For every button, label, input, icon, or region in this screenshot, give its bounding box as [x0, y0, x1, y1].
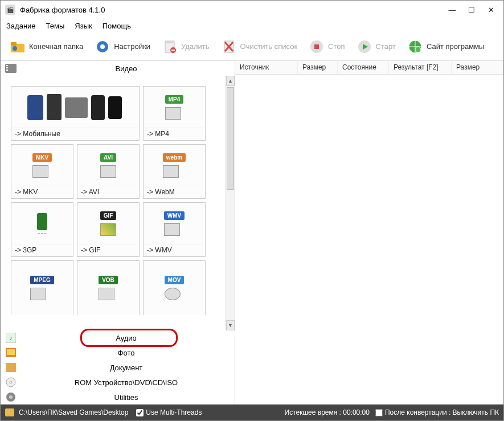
scrollbar[interactable]: ▲ ▼ — [226, 76, 235, 330]
document-label: Документ — [22, 363, 230, 372]
close-button[interactable]: ✕ — [486, 5, 495, 14]
avi-icon: AVI — [77, 145, 139, 186]
toolbar: Конечная папка Настройки Удалить Очистит… — [1, 32, 503, 61]
menu-themes[interactable]: Темы — [46, 22, 65, 30]
svg-rect-1 — [11, 42, 17, 46]
category-audio[interactable]: ♪ Аудио — [1, 330, 235, 345]
stop-icon — [309, 39, 325, 55]
audio-label: Аудио — [22, 334, 230, 342]
tile-wmv-label: -> WMV — [144, 244, 205, 256]
delete-label: Удалить — [181, 42, 210, 51]
svg-text:♪: ♪ — [9, 334, 13, 341]
website-label: Сайт программы — [427, 42, 485, 51]
clear-icon — [221, 39, 237, 55]
multithread-checkbox[interactable] — [136, 409, 144, 416]
tile-webm-label: -> WebM — [144, 186, 205, 198]
mpeg-icon: MPEG — [11, 261, 73, 315]
category-photo[interactable]: Фото — [1, 345, 235, 360]
app-icon: 🎬 — [5, 5, 15, 15]
tile-vob[interactable]: VOB — [77, 260, 140, 315]
clear-list-button[interactable]: Очистить список — [216, 36, 302, 57]
svg-point-18 — [415, 47, 421, 52]
svg-rect-23 — [27, 95, 43, 120]
col-state[interactable]: Состояние — [338, 61, 389, 74]
multithread-option[interactable]: Use Multi-Threads — [136, 408, 202, 416]
disc-icon — [5, 377, 17, 387]
category-document[interactable]: Документ — [1, 360, 235, 375]
delete-icon — [162, 39, 178, 55]
output-folder-label: Конечная папка — [29, 42, 83, 51]
rom-label: ROM Устройство\DVD\CD\ISO — [22, 378, 230, 387]
start-button[interactable]: Старт — [352, 36, 400, 57]
gif-icon: GIF — [77, 203, 139, 244]
utilities-label: Utilities — [22, 393, 230, 402]
category-list: ♪ Аудио Фото Документ ROM Устройство\DVD… — [1, 330, 235, 404]
tile-gif[interactable]: GIF -> GIF — [77, 202, 140, 257]
folder-icon[interactable] — [5, 408, 14, 416]
tile-mpeg[interactable]: MPEG — [11, 260, 73, 315]
stop-button[interactable]: Стоп — [304, 36, 349, 57]
list-header: Источник Размер Состояние Результат [F2]… — [235, 61, 503, 75]
svg-rect-24 — [47, 94, 62, 120]
tile-mp4-label: -> MP4 — [144, 128, 205, 140]
tile-avi-label: -> AVI — [77, 186, 139, 198]
col-size[interactable]: Размер — [298, 61, 338, 74]
globe-icon — [407, 39, 423, 55]
tile-mp4[interactable]: MP4 -> MP4 — [143, 86, 206, 141]
menu-task[interactable]: Задание — [6, 22, 36, 30]
tile-3gp-label: -> 3GP — [11, 244, 73, 256]
minimize-button[interactable]: — — [448, 5, 457, 14]
status-left: C:\Users\ПК\Saved Games\Desktop Use Mult… — [5, 408, 279, 416]
maximize-button[interactable]: ☐ — [467, 5, 476, 14]
format-grid: -> Мобильные MP4 -> MP4 MKV -> MKV AVI -… — [1, 76, 235, 315]
3gp-icon: 3GP — [11, 203, 73, 244]
menu-lang[interactable]: Язык — [75, 22, 92, 30]
scroll-up-button[interactable]: ▲ — [226, 76, 235, 86]
tile-3gp[interactable]: 3GP -> 3GP — [11, 202, 73, 257]
tile-webm[interactable]: webm -> WebM — [143, 144, 206, 199]
tile-mkv[interactable]: MKV -> MKV — [11, 144, 73, 199]
status-path: C:\Users\ПК\Saved Games\Desktop — [19, 408, 128, 416]
elapsed-time: Истекшее время : 00:00:00 — [285, 408, 370, 416]
svg-rect-33 — [7, 349, 15, 355]
format-scroll-area: -> Мобильные MP4 -> MP4 MKV -> MKV AVI -… — [1, 76, 235, 330]
col-result[interactable]: Результат [F2] — [389, 61, 452, 74]
scroll-thumb[interactable] — [227, 87, 234, 190]
svg-rect-34 — [6, 363, 16, 372]
start-label: Старт — [376, 42, 396, 51]
website-button[interactable]: Сайт программы — [403, 36, 489, 57]
gear-icon — [95, 39, 110, 55]
menu-help[interactable]: Помощь — [103, 22, 131, 30]
svg-rect-27 — [108, 96, 122, 119]
svg-rect-20 — [6, 65, 8, 66]
list-body — [235, 75, 503, 404]
video-icon — [5, 63, 17, 73]
svg-rect-28 — [37, 213, 47, 230]
afterconv-checkbox[interactable] — [375, 409, 383, 416]
category-rom[interactable]: ROM Устройство\DVD\CD\ISO — [1, 375, 235, 390]
tile-avi[interactable]: AVI -> AVI — [77, 144, 140, 199]
tile-mobile[interactable]: -> Мобильные — [11, 86, 140, 141]
category-utilities[interactable]: Utilities — [1, 390, 235, 404]
app-window: 🎬 Фабрика форматов 4.1.0 — ☐ ✕ Задание Т… — [0, 0, 504, 421]
svg-rect-26 — [91, 95, 105, 120]
category-header-video[interactable]: Видео — [1, 61, 235, 76]
tile-mov[interactable]: MOV — [143, 260, 206, 315]
scroll-down-button[interactable]: ▼ — [226, 320, 235, 330]
tile-mobile-label: -> Мобильные — [11, 128, 139, 140]
output-folder-button[interactable]: Конечная папка — [5, 36, 88, 57]
window-controls: — ☐ ✕ — [448, 5, 499, 14]
folder-icon — [10, 39, 26, 55]
afterconv-option[interactable]: После конвертации : Выключить ПК — [375, 408, 499, 416]
titlebar: 🎬 Фабрика форматов 4.1.0 — ☐ ✕ — [1, 1, 503, 19]
window-title: Фабрика форматов 4.1.0 — [20, 6, 448, 14]
svg-rect-21 — [6, 67, 8, 68]
settings-button[interactable]: Настройки — [90, 36, 155, 57]
delete-button[interactable]: Удалить — [157, 36, 214, 57]
col-size2[interactable]: Размер — [452, 61, 503, 74]
statusbar: C:\Users\ПК\Saved Games\Desktop Use Mult… — [1, 404, 503, 420]
tile-mkv-label: -> MKV — [11, 186, 73, 198]
col-source[interactable]: Источник — [235, 61, 298, 74]
tile-wmv[interactable]: WMV -> WMV — [143, 202, 206, 257]
stop-label: Стоп — [328, 42, 345, 51]
